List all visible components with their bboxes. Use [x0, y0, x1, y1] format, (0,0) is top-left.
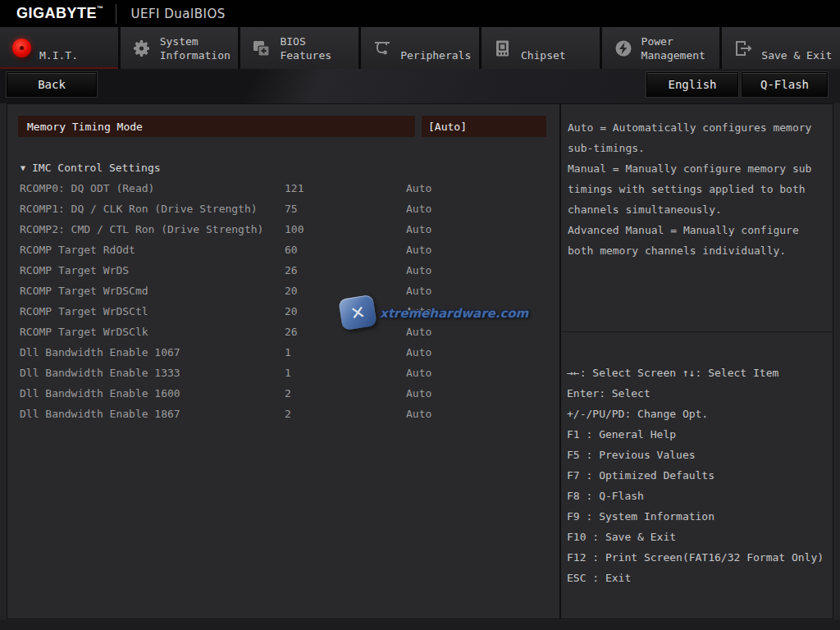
tab-label: M.I.T.	[39, 34, 78, 63]
setting-label: Dll Bandwidth Enable 1600	[7, 387, 285, 399]
setting-row[interactable]: RCOMP Target WrDS26Auto	[7, 260, 559, 281]
key-hint-line: F9 : System Information	[567, 506, 827, 527]
tab-power-management[interactable]: Power Management	[602, 27, 720, 69]
selected-setting-row: Memory Timing Mode [Auto]	[7, 116, 559, 137]
setting-label: RCOMP Target WrDS	[7, 264, 285, 276]
tab-bar: M.I.T. System Information BIOS Features …	[0, 27, 840, 69]
collapse-triangle-icon: ▼	[21, 163, 25, 172]
setting-description: Auto = Automatically configures memory s…	[561, 117, 818, 261]
setting-label: Dll Bandwidth Enable 1867	[7, 408, 285, 420]
setting-label: RCOMP Target WrDSCtl	[7, 305, 285, 317]
setting-value: 26	[285, 326, 406, 338]
setting-row[interactable]: Dll Bandwidth Enable 16002Auto	[7, 383, 559, 404]
setting-value: 60	[285, 244, 406, 256]
key-hint-line: F8 : Q-Flash	[567, 486, 827, 506]
key-hint-line: F1 : General Help	[567, 424, 827, 445]
mit-red-dot-icon	[11, 38, 32, 59]
setting-mode: Auto	[406, 182, 559, 194]
setting-row[interactable]: Dll Bandwidth Enable 18672Auto	[7, 404, 559, 424]
tab-label: BIOS Features	[280, 34, 355, 63]
tab-bios-features[interactable]: BIOS Features	[240, 27, 358, 69]
bottom-strip	[0, 620, 840, 630]
setting-row[interactable]: RCOMP2: CMD / CTL Ron (Drive Strength)10…	[7, 219, 559, 240]
setting-label: RCOMP Target RdOdt	[7, 244, 285, 256]
tab-save-exit[interactable]: Save & Exit	[722, 27, 840, 69]
setting-value: 1	[285, 367, 406, 379]
setting-mode: Auto	[406, 387, 559, 399]
setting-row[interactable]: RCOMP Target WrDSCtl20Auto	[7, 301, 559, 322]
setting-value: 2	[285, 387, 406, 399]
setting-value: 2	[285, 408, 406, 420]
setting-row[interactable]: RCOMP0: DQ ODT (Read)121Auto	[7, 178, 559, 199]
setting-value: 75	[285, 203, 406, 215]
divider	[116, 4, 116, 24]
setting-row[interactable]: RCOMP Target RdOdt60Auto	[7, 240, 559, 260]
tab-chipset[interactable]: Chipset	[482, 27, 600, 69]
top-bar: GIGABYTE™ UEFI DualBIOS	[0, 0, 840, 27]
power-lightning-icon	[613, 38, 634, 59]
setting-mode: Auto	[406, 223, 559, 235]
key-hint-line: Enter: Select	[567, 383, 827, 404]
key-hint-line: F7 : Optimized Defaults	[567, 465, 827, 486]
selected-setting-value[interactable]: [Auto]	[422, 116, 546, 137]
setting-value: 26	[285, 264, 406, 276]
divider	[561, 331, 833, 332]
imc-group-header[interactable]: ▼ IMC Control Settings	[21, 160, 161, 175]
setting-value: 20	[285, 305, 406, 317]
gear-icon	[131, 38, 153, 59]
firmware-title: UEFI DualBIOS	[131, 7, 226, 21]
setting-value: 20	[285, 285, 406, 297]
tab-peripherals[interactable]: Peripherals	[361, 27, 479, 69]
key-hints: →←: Select Screen ↑↓: Select ItemEnter: …	[561, 363, 833, 588]
key-hint-line: →←: Select Screen ↑↓: Select Item	[567, 363, 827, 383]
settings-list: RCOMP0: DQ ODT (Read)121AutoRCOMP1: DQ /…	[7, 178, 559, 424]
setting-label: RCOMP Target WrDSCmd	[7, 285, 285, 297]
setting-value: 121	[285, 182, 406, 194]
setting-mode: Auto	[406, 203, 559, 215]
setting-row[interactable]: RCOMP Target WrDSCmd20Auto	[7, 281, 559, 301]
tab-label: Power Management	[641, 34, 717, 63]
key-hint-line: ESC : Exit	[567, 568, 827, 588]
setting-mode: Auto	[406, 244, 559, 256]
tab-label: Save & Exit	[761, 34, 832, 63]
save-exit-door-icon	[733, 38, 754, 59]
setting-label: Dll Bandwidth Enable 1333	[7, 367, 285, 379]
setting-label: RCOMP1: DQ / CLK Ron (Drive Strength)	[7, 203, 285, 215]
setting-row[interactable]: Dll Bandwidth Enable 13331Auto	[7, 363, 559, 383]
setting-mode: Auto	[406, 408, 559, 420]
setting-mode: Auto	[406, 264, 559, 276]
setting-row[interactable]: Dll Bandwidth Enable 10671Auto	[7, 342, 559, 363]
help-panel: Auto = Automatically configures memory s…	[560, 103, 833, 619]
language-button[interactable]: English	[646, 72, 738, 97]
tab-mit[interactable]: M.I.T.	[0, 27, 118, 69]
secondary-toolbar: Back English Q-Flash	[0, 69, 840, 103]
back-button[interactable]: Back	[7, 72, 97, 97]
settings-panel: Memory Timing Mode [Auto] ▼ IMC Control …	[7, 103, 560, 619]
setting-mode: Auto	[406, 346, 559, 358]
setting-label: RCOMP0: DQ ODT (Read)	[7, 182, 285, 194]
key-hint-line: +/-/PU/PD: Change Opt.	[567, 404, 827, 424]
tab-system-information[interactable]: System Information	[121, 27, 239, 69]
bios-windows-icon	[251, 38, 272, 59]
tab-label: Peripherals	[400, 34, 471, 63]
setting-mode: Auto	[406, 367, 559, 379]
group-title: IMC Control Settings	[32, 162, 161, 174]
setting-mode: Auto	[406, 305, 559, 317]
peripherals-icon	[372, 38, 393, 59]
gigabyte-logo: GIGABYTE™	[16, 5, 104, 22]
setting-value: 1	[285, 346, 406, 358]
key-hint-line: F12 : Print Screen(FAT16/32 Format Only)	[567, 547, 827, 568]
setting-value: 100	[285, 223, 406, 235]
tab-label: System Information	[160, 34, 235, 63]
chipset-icon	[492, 38, 514, 59]
setting-label: RCOMP Target WrDSClk	[7, 326, 285, 338]
setting-row[interactable]: RCOMP1: DQ / CLK Ron (Drive Strength)75A…	[7, 199, 559, 219]
key-hint-line: F10 : Save & Exit	[567, 527, 827, 547]
setting-row[interactable]: RCOMP Target WrDSClk26Auto	[7, 322, 559, 342]
setting-mode: Auto	[406, 285, 559, 297]
setting-label: Dll Bandwidth Enable 1067	[7, 346, 285, 358]
key-hint-line: F5 : Previous Values	[567, 445, 827, 465]
setting-label: RCOMP2: CMD / CTL Ron (Drive Strength)	[7, 223, 285, 235]
selected-setting-label[interactable]: Memory Timing Mode	[18, 116, 415, 137]
qflash-button[interactable]: Q-Flash	[742, 72, 828, 97]
